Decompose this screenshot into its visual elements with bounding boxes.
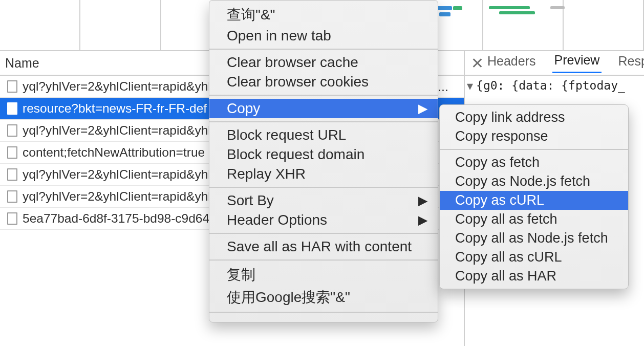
menu-separator xyxy=(209,233,438,234)
menu-separator xyxy=(209,95,438,96)
cm-clear-cache[interactable]: Clear browser cache xyxy=(209,53,438,72)
cm-block-domain[interactable]: Block request domain xyxy=(209,145,438,164)
sm-copy-all-as-har[interactable]: Copy all as HAR xyxy=(440,267,628,286)
disclosure-triangle-icon[interactable]: ▼ xyxy=(467,80,473,92)
file-icon xyxy=(7,80,17,93)
sm-copy-all-as-curl[interactable]: Copy all as cURL xyxy=(440,248,628,267)
preview-body: ▼{g0: {data: {fptoday_ xyxy=(465,76,644,95)
request-name: yql?yhlVer=2&yhlClient=rapid&yhlS= xyxy=(23,189,212,204)
sm-copy-as-node-fetch[interactable]: Copy as Node.js fetch xyxy=(440,172,628,191)
cm-copy[interactable]: Copy ▶ xyxy=(209,99,438,118)
context-menu: 查询"&" Open in new tab Clear browser cach… xyxy=(209,0,438,322)
sm-copy-as-curl[interactable]: Copy as cURL xyxy=(440,191,628,210)
file-icon xyxy=(7,102,17,115)
tab-response[interactable]: Response xyxy=(616,54,644,73)
file-icon xyxy=(7,190,17,203)
sm-copy-all-as-fetch[interactable]: Copy all as fetch xyxy=(440,210,628,229)
file-icon xyxy=(7,146,17,159)
cm-replay-xhr[interactable]: Replay XHR xyxy=(209,164,438,184)
details-tabs: Headers Preview Response xyxy=(465,51,644,76)
sm-copy-all-as-node-fetch[interactable]: Copy all as Node.js fetch xyxy=(440,229,628,248)
sm-copy-response[interactable]: Copy response xyxy=(440,127,628,146)
sm-copy-link[interactable]: Copy link address xyxy=(440,108,628,127)
chevron-right-icon: ▶ xyxy=(418,101,427,116)
cm-sort-by-label: Sort By xyxy=(227,192,274,208)
cm-google-search-zh[interactable]: 使用Google搜索"&" xyxy=(209,286,438,309)
request-name: 5ea77bad-6d8f-3175-bd98-c9d64 xyxy=(23,211,212,226)
copy-submenu: Copy link address Copy response Copy as … xyxy=(439,104,629,289)
chevron-right-icon: ▶ xyxy=(418,213,427,227)
menu-separator xyxy=(209,187,438,188)
cm-save-har[interactable]: Save all as HAR with content xyxy=(209,237,438,256)
tab-headers[interactable]: Headers xyxy=(485,54,538,73)
file-icon xyxy=(7,212,17,225)
file-icon xyxy=(7,124,17,137)
request-name: yql?yhlVer=2&yhlClient=rapid&yhlS= xyxy=(23,167,212,182)
request-name: yql?yhlVer=2&yhlClient=rapid&yhlS= xyxy=(23,123,212,138)
request-name: content;fetchNewAttribution=true xyxy=(23,145,212,160)
cm-header-options[interactable]: Header Options ▶ xyxy=(209,210,438,230)
menu-separator xyxy=(209,312,438,313)
cm-copy-zh[interactable]: 复制 xyxy=(209,264,438,286)
menu-separator xyxy=(209,121,438,122)
cm-clear-cookies[interactable]: Clear browser cookies xyxy=(209,72,438,92)
file-icon xyxy=(7,168,17,181)
tab-preview[interactable]: Preview xyxy=(552,53,602,73)
menu-separator xyxy=(209,49,438,50)
request-name: yql?yhlVer=2&yhlClient=rapid&yhlS= xyxy=(23,79,212,94)
menu-separator xyxy=(440,149,628,150)
cm-block-url[interactable]: Block request URL xyxy=(209,125,438,145)
cm-search-token[interactable]: 查询"&" xyxy=(209,4,438,26)
sm-copy-as-fetch[interactable]: Copy as fetch xyxy=(440,153,628,172)
menu-separator xyxy=(209,260,438,261)
cm-open-new-tab[interactable]: Open in new tab xyxy=(209,26,438,46)
cm-header-options-label: Header Options xyxy=(227,212,327,228)
cm-sort-by[interactable]: Sort By ▶ xyxy=(209,191,438,210)
chevron-right-icon: ▶ xyxy=(418,193,427,208)
cm-copy-label: Copy xyxy=(227,100,260,116)
preview-json-line: {g0: {data: {fptoday_ xyxy=(476,79,625,92)
